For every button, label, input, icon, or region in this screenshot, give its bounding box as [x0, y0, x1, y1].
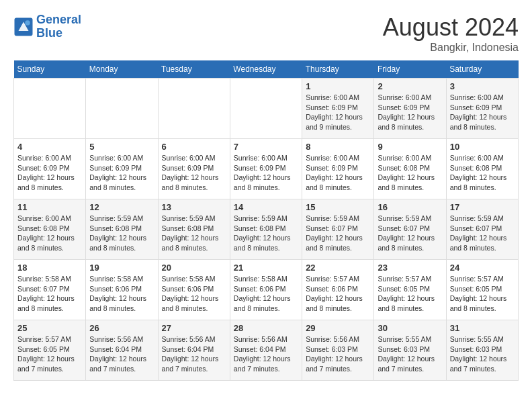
day-number: 16: [378, 202, 442, 212]
header-saturday: Saturday: [446, 60, 518, 79]
day-info: Sunrise: 6:00 AM Sunset: 6:09 PM Dayligh…: [450, 93, 515, 132]
day-number: 7: [234, 142, 298, 152]
calendar-cell: [14, 79, 86, 139]
header-friday: Friday: [374, 60, 446, 79]
day-info: Sunrise: 5:59 AM Sunset: 6:08 PM Dayligh…: [89, 214, 154, 253]
logo-line2: Blue: [36, 26, 62, 40]
day-info: Sunrise: 5:59 AM Sunset: 6:08 PM Dayligh…: [234, 214, 298, 253]
day-info: Sunrise: 5:59 AM Sunset: 6:07 PM Dayligh…: [450, 214, 515, 253]
day-number: 27: [162, 323, 226, 333]
calendar-cell: [86, 79, 158, 139]
logo-icon: [13, 17, 34, 37]
day-info: Sunrise: 6:00 AM Sunset: 6:09 PM Dayligh…: [162, 153, 226, 193]
calendar-cell: 31Sunrise: 5:55 AM Sunset: 6:03 PM Dayli…: [446, 320, 518, 381]
day-number: 12: [89, 202, 154, 212]
calendar-cell: 1Sunrise: 6:00 AM Sunset: 6:09 PM Daylig…: [302, 79, 374, 139]
day-info: Sunrise: 6:00 AM Sunset: 6:09 PM Dayligh…: [89, 153, 154, 193]
day-number: 24: [450, 263, 515, 273]
day-number: 9: [378, 142, 442, 152]
calendar-cell: 6Sunrise: 6:00 AM Sunset: 6:09 PM Daylig…: [158, 139, 230, 199]
week-row-3: 18Sunrise: 5:58 AM Sunset: 6:07 PM Dayli…: [14, 260, 519, 320]
day-number: 23: [378, 263, 442, 273]
calendar-cell: 13Sunrise: 5:59 AM Sunset: 6:08 PM Dayli…: [158, 199, 230, 260]
day-number: 28: [234, 323, 298, 333]
day-info: Sunrise: 6:00 AM Sunset: 6:08 PM Dayligh…: [450, 153, 515, 193]
day-info: Sunrise: 5:56 AM Sunset: 6:04 PM Dayligh…: [234, 334, 298, 374]
calendar-cell: 30Sunrise: 5:55 AM Sunset: 6:03 PM Dayli…: [374, 320, 446, 381]
day-info: Sunrise: 5:59 AM Sunset: 6:07 PM Dayligh…: [378, 214, 442, 253]
day-info: Sunrise: 5:59 AM Sunset: 6:07 PM Dayligh…: [306, 214, 370, 253]
day-number: 14: [234, 202, 298, 212]
day-info: Sunrise: 5:59 AM Sunset: 6:08 PM Dayligh…: [162, 214, 226, 253]
calendar-cell: 9Sunrise: 6:00 AM Sunset: 6:08 PM Daylig…: [374, 139, 446, 199]
calendar-table: SundayMondayTuesdayWednesdayThursdayFrid…: [13, 60, 519, 381]
day-info: Sunrise: 5:58 AM Sunset: 6:07 PM Dayligh…: [17, 274, 82, 314]
calendar-cell: 19Sunrise: 5:58 AM Sunset: 6:06 PM Dayli…: [86, 260, 158, 320]
svg-point-2: [25, 20, 30, 26]
day-number: 17: [450, 202, 515, 212]
calendar-header-row: SundayMondayTuesdayWednesdayThursdayFrid…: [14, 60, 519, 79]
title-block: August 2024 Bangkir, Indonesia: [383, 13, 519, 54]
day-number: 1: [306, 81, 370, 91]
day-number: 22: [306, 263, 370, 273]
day-number: 20: [162, 263, 226, 273]
calendar-cell: 12Sunrise: 5:59 AM Sunset: 6:08 PM Dayli…: [86, 199, 158, 260]
calendar-cell: 28Sunrise: 5:56 AM Sunset: 6:04 PM Dayli…: [230, 320, 302, 381]
day-info: Sunrise: 5:56 AM Sunset: 6:04 PM Dayligh…: [89, 334, 154, 374]
day-info: Sunrise: 5:58 AM Sunset: 6:06 PM Dayligh…: [89, 274, 154, 314]
calendar-cell: 26Sunrise: 5:56 AM Sunset: 6:04 PM Dayli…: [86, 320, 158, 381]
calendar-cell: [230, 79, 302, 139]
calendar-cell: 27Sunrise: 5:56 AM Sunset: 6:04 PM Dayli…: [158, 320, 230, 381]
calendar-cell: 15Sunrise: 5:59 AM Sunset: 6:07 PM Dayli…: [302, 199, 374, 260]
calendar-cell: 22Sunrise: 5:57 AM Sunset: 6:06 PM Dayli…: [302, 260, 374, 320]
day-info: Sunrise: 6:00 AM Sunset: 6:09 PM Dayligh…: [378, 93, 442, 132]
day-info: Sunrise: 6:00 AM Sunset: 6:09 PM Dayligh…: [17, 153, 82, 193]
day-info: Sunrise: 6:00 AM Sunset: 6:09 PM Dayligh…: [306, 153, 370, 193]
week-row-1: 4Sunrise: 6:00 AM Sunset: 6:09 PM Daylig…: [14, 139, 519, 199]
month-title: August 2024: [383, 13, 519, 42]
calendar-cell: 24Sunrise: 5:57 AM Sunset: 6:05 PM Dayli…: [446, 260, 518, 320]
week-row-4: 25Sunrise: 5:57 AM Sunset: 6:05 PM Dayli…: [14, 320, 519, 381]
calendar-cell: 3Sunrise: 6:00 AM Sunset: 6:09 PM Daylig…: [446, 79, 518, 139]
day-number: 10: [450, 142, 515, 152]
header-tuesday: Tuesday: [158, 60, 230, 79]
day-number: 5: [89, 142, 154, 152]
calendar-cell: 7Sunrise: 6:00 AM Sunset: 6:09 PM Daylig…: [230, 139, 302, 199]
day-number: 13: [162, 202, 226, 212]
day-number: 26: [89, 323, 154, 333]
day-info: Sunrise: 6:00 AM Sunset: 6:09 PM Dayligh…: [234, 153, 298, 193]
calendar-cell: 10Sunrise: 6:00 AM Sunset: 6:08 PM Dayli…: [446, 139, 518, 199]
week-row-0: 1Sunrise: 6:00 AM Sunset: 6:09 PM Daylig…: [14, 79, 519, 139]
header-wednesday: Wednesday: [230, 60, 302, 79]
day-info: Sunrise: 6:00 AM Sunset: 6:08 PM Dayligh…: [378, 153, 442, 193]
day-number: 11: [17, 202, 82, 212]
calendar-cell: 21Sunrise: 5:58 AM Sunset: 6:06 PM Dayli…: [230, 260, 302, 320]
logo-text: General Blue: [36, 13, 81, 40]
calendar-cell: 11Sunrise: 6:00 AM Sunset: 6:08 PM Dayli…: [14, 199, 86, 260]
day-number: 21: [234, 263, 298, 273]
calendar-cell: 4Sunrise: 6:00 AM Sunset: 6:09 PM Daylig…: [14, 139, 86, 199]
day-number: 6: [162, 142, 226, 152]
day-number: 19: [89, 263, 154, 273]
calendar-cell: 25Sunrise: 5:57 AM Sunset: 6:05 PM Dayli…: [14, 320, 86, 381]
day-info: Sunrise: 5:55 AM Sunset: 6:03 PM Dayligh…: [450, 334, 515, 374]
day-info: Sunrise: 5:57 AM Sunset: 6:05 PM Dayligh…: [17, 334, 82, 374]
day-info: Sunrise: 5:58 AM Sunset: 6:06 PM Dayligh…: [162, 274, 226, 314]
day-info: Sunrise: 5:57 AM Sunset: 6:05 PM Dayligh…: [378, 274, 442, 314]
header-sunday: Sunday: [14, 60, 86, 79]
day-number: 3: [450, 81, 515, 91]
day-number: 18: [17, 263, 82, 273]
calendar-cell: 18Sunrise: 5:58 AM Sunset: 6:07 PM Dayli…: [14, 260, 86, 320]
calendar-cell: 5Sunrise: 6:00 AM Sunset: 6:09 PM Daylig…: [86, 139, 158, 199]
day-number: 29: [306, 323, 370, 333]
calendar-cell: 16Sunrise: 5:59 AM Sunset: 6:07 PM Dayli…: [374, 199, 446, 260]
day-info: Sunrise: 5:55 AM Sunset: 6:03 PM Dayligh…: [378, 334, 442, 374]
calendar-cell: 23Sunrise: 5:57 AM Sunset: 6:05 PM Dayli…: [374, 260, 446, 320]
day-number: 30: [378, 323, 442, 333]
page-header: General Blue August 2024 Bangkir, Indone…: [13, 13, 519, 54]
day-info: Sunrise: 5:57 AM Sunset: 6:05 PM Dayligh…: [450, 274, 515, 314]
day-number: 4: [17, 142, 82, 152]
calendar-cell: 17Sunrise: 5:59 AM Sunset: 6:07 PM Dayli…: [446, 199, 518, 260]
day-number: 8: [306, 142, 370, 152]
day-number: 31: [450, 323, 515, 333]
